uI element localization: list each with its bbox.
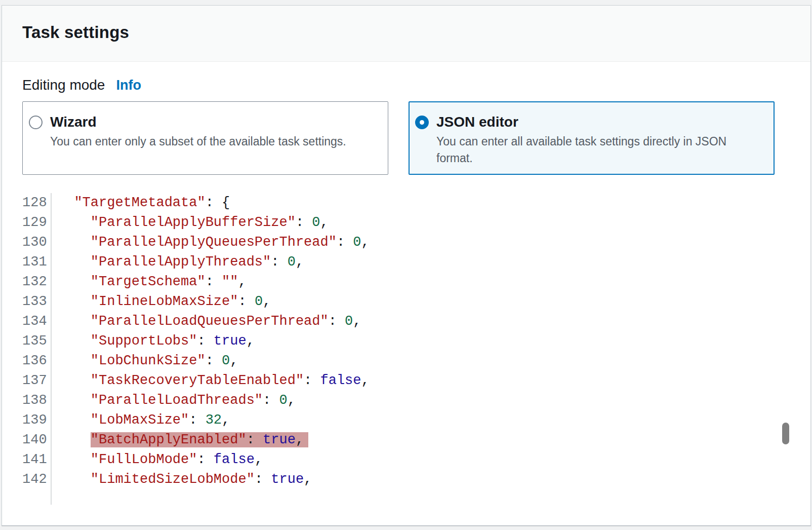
json-value: { [222, 195, 230, 210]
json-comma: , [304, 472, 312, 487]
code-line-empty[interactable] [22, 489, 790, 505]
code-line[interactable]: 135 "SupportLobs": true, [22, 331, 790, 351]
editing-mode-options: Wizard You can enter only a subset of th… [22, 101, 790, 175]
json-key: "BatchApplyEnabled" [91, 432, 247, 447]
indent [58, 472, 91, 487]
json-separator: : [197, 333, 213, 349]
code-line[interactable]: 141 "FullLobMode": false, [22, 450, 790, 470]
json-value: 0 [222, 353, 230, 368]
json-comma: , [238, 274, 246, 289]
line-number: 130 [22, 233, 52, 252]
code-line-content: "LobMaxSize": 32, [52, 410, 230, 430]
json-key: "LimitedSizeLobMode" [91, 472, 255, 487]
json-value: "" [222, 274, 238, 289]
indent [58, 373, 91, 388]
json-separator: : [206, 195, 222, 210]
json-separator: : [271, 254, 287, 270]
code-line-content: "FullLobMode": false, [52, 450, 263, 470]
code-line-content: "LimitedSizeLobMode": true, [52, 470, 312, 489]
json-key: "ParallelApplyBufferSize" [91, 215, 296, 230]
json-key: "TaskRecoveryTableEnabled" [91, 373, 304, 388]
code-line-content: "InlineLobMaxSize": 0, [52, 292, 271, 312]
json-key: "ParallelLoadThreads" [91, 393, 263, 408]
info-link[interactable]: Info [116, 78, 141, 93]
panel-body: Editing mode Info Wizard You can enter o… [2, 62, 810, 505]
line-number: 142 [22, 470, 52, 489]
json-editor-radio-icon[interactable] [415, 116, 429, 129]
editing-mode-row: Editing mode Info [22, 77, 790, 93]
json-key: "LobMaxSize" [91, 412, 189, 428]
json-editor-option-card[interactable]: JSON editor You can enter all available … [409, 101, 775, 175]
highlighted-token: "BatchApplyEnabled": true, [91, 432, 308, 447]
json-key: "TargetSchema" [91, 274, 206, 289]
json-separator: : [337, 235, 353, 250]
editing-mode-label: Editing mode [22, 77, 105, 93]
json-key: "ParallelApplyQueuesPerThread" [91, 235, 337, 250]
line-number: 133 [22, 292, 52, 312]
task-settings-panel: Task settings Editing mode Info Wizard Y… [2, 5, 811, 526]
json-comma: , [296, 254, 304, 270]
json-key: "FullLobMode" [91, 452, 197, 467]
line-number: 137 [22, 371, 52, 391]
page-title: Task settings [22, 23, 790, 42]
code-line[interactable]: 139 "LobMaxSize": 32, [22, 410, 790, 430]
json-editor-option-text: JSON editor You can enter all available … [436, 113, 764, 174]
json-value: 0 [255, 294, 263, 309]
code-line-content: "ParallelApplyThreads": 0, [52, 252, 304, 272]
line-number: 139 [22, 410, 52, 430]
json-separator: : [189, 412, 205, 428]
json-value: true [214, 333, 247, 349]
line-number: 128 [22, 193, 52, 213]
indent [58, 254, 91, 270]
json-editor-option-title: JSON editor [436, 113, 764, 131]
json-separator: : [304, 373, 320, 388]
line-number: 135 [22, 331, 52, 351]
json-key: "ParallelLoadQueuesPerThread" [91, 314, 329, 329]
code-line[interactable]: 140 "BatchApplyEnabled": true, [22, 430, 790, 450]
json-separator: : [206, 274, 222, 289]
code-line[interactable]: 130 "ParallelApplyQueuesPerThread": 0, [22, 233, 790, 252]
json-separator: : [206, 353, 222, 368]
code-line[interactable]: 133 "InlineLobMaxSize": 0, [22, 292, 790, 312]
json-comma: , [222, 412, 230, 428]
scrollbar-thumb[interactable] [782, 423, 789, 444]
code-line-content: "TargetMetadata": { [52, 193, 230, 213]
code-line[interactable]: 138 "ParallelLoadThreads": 0, [22, 391, 790, 410]
indent [58, 412, 91, 428]
json-editor-option-description: You can enter all available task setting… [436, 133, 764, 167]
line-number: 138 [22, 391, 52, 410]
code-line[interactable]: 142 "LimitedSizeLobMode": true, [22, 470, 790, 489]
json-key: "ParallelApplyThreads" [91, 254, 271, 270]
code-line[interactable]: 129 "ParallelApplyBufferSize": 0, [22, 213, 790, 233]
indent [58, 432, 91, 447]
line-number: 141 [22, 450, 52, 470]
json-value: 0 [279, 393, 287, 408]
json-separator: : [238, 294, 254, 309]
panel-header: Task settings [2, 6, 810, 62]
code-line-content: "LobChunkSize": 0, [52, 351, 238, 371]
wizard-radio-icon[interactable] [29, 116, 43, 129]
code-line-content: "TargetSchema": "", [52, 272, 247, 292]
json-separator: : [247, 432, 263, 447]
json-separator: : [296, 215, 312, 230]
wizard-option-card[interactable]: Wizard You can enter only a subset of th… [22, 101, 388, 175]
json-separator: : [197, 452, 213, 467]
indent [58, 452, 91, 467]
json-separator: : [263, 393, 279, 408]
code-line[interactable]: 137 "TaskRecoveryTableEnabled": false, [22, 371, 790, 391]
code-line[interactable]: 136 "LobChunkSize": 0, [22, 351, 790, 371]
indent [58, 294, 91, 309]
code-line[interactable]: 128 "TargetMetadata": { [22, 193, 790, 213]
json-key: "SupportLobs" [91, 333, 197, 349]
json-value: false [214, 452, 255, 467]
code-line[interactable]: 132 "TargetSchema": "", [22, 272, 790, 292]
json-value: 0 [312, 215, 320, 230]
json-code-editor[interactable]: 128 "TargetMetadata": {129 "ParallelAppl… [22, 193, 790, 505]
json-value: false [320, 373, 361, 388]
indent [58, 274, 91, 289]
line-number: 134 [22, 312, 52, 331]
code-line[interactable]: 134 "ParallelLoadQueuesPerThread": 0, [22, 312, 790, 331]
code-line[interactable]: 131 "ParallelApplyThreads": 0, [22, 252, 790, 272]
json-separator: : [255, 472, 271, 487]
json-comma: , [296, 432, 304, 447]
